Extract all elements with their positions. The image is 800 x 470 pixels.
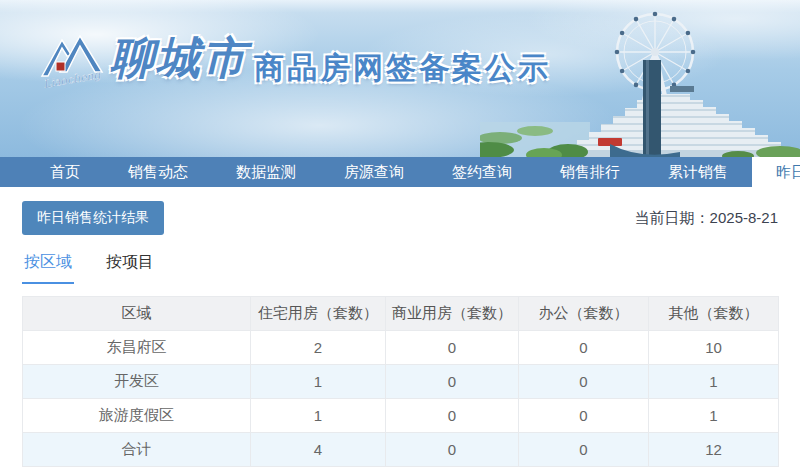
office-cell: 0 bbox=[519, 433, 649, 467]
residential-cell: 4 bbox=[251, 433, 386, 467]
col-header-other: 其他（套数） bbox=[649, 297, 779, 331]
view-tabs: 按区域 按项目 bbox=[22, 252, 778, 284]
nav-item-yesterday-sales[interactable]: 昨日销售 bbox=[752, 157, 800, 187]
other-cell: 12 bbox=[649, 433, 779, 467]
tab-by-project[interactable]: 按项目 bbox=[104, 252, 156, 284]
current-date-label: 当前日期： bbox=[635, 209, 710, 226]
nav-item-contract-query[interactable]: 签约查询 bbox=[428, 157, 536, 187]
col-header-office: 办公（套数） bbox=[519, 297, 649, 331]
other-cell: 10 bbox=[649, 331, 779, 365]
current-date: 当前日期：2025-8-21 bbox=[635, 209, 778, 228]
liaocheng-logo-icon: Liaocheng bbox=[40, 32, 104, 94]
site-banner: Liaocheng 聊城市 商品房网签备案公示 bbox=[0, 0, 800, 157]
region-sales-table: 区域 住宅用房（套数） 商业用房（套数） 办公（套数） 其他（套数） 东昌府区 … bbox=[22, 296, 779, 467]
toolbar: 昨日销售统计结果 当前日期：2025-8-21 bbox=[22, 201, 778, 235]
col-header-commercial: 商业用房（套数） bbox=[386, 297, 519, 331]
svg-text:Liaocheng: Liaocheng bbox=[42, 68, 103, 91]
other-cell: 1 bbox=[649, 365, 779, 399]
yesterday-sales-result-button[interactable]: 昨日销售统计结果 bbox=[22, 201, 164, 235]
nav-item-sales-dynamics[interactable]: 销售动态 bbox=[104, 157, 212, 187]
col-header-region: 区域 bbox=[23, 297, 251, 331]
nav-item-cumulative-sales[interactable]: 累计销售 bbox=[644, 157, 752, 187]
table-header-row: 区域 住宅用房（套数） 商业用房（套数） 办公（套数） 其他（套数） bbox=[23, 297, 779, 331]
col-header-residential: 住宅用房（套数） bbox=[251, 297, 386, 331]
nav-item-home[interactable]: 首页 bbox=[26, 157, 104, 187]
main-nav: 首页 销售动态 数据监测 房源查询 签约查询 销售排行 累计销售 昨日销售 合同… bbox=[0, 157, 800, 187]
commercial-cell: 0 bbox=[386, 433, 519, 467]
office-cell: 0 bbox=[519, 399, 649, 433]
table-row: 旅游度假区 1 0 0 1 bbox=[23, 399, 779, 433]
table-row: 东昌府区 2 0 0 10 bbox=[23, 331, 779, 365]
nav-item-listing-query[interactable]: 房源查询 bbox=[320, 157, 428, 187]
region-cell: 东昌府区 bbox=[23, 331, 251, 365]
residential-cell: 1 bbox=[251, 365, 386, 399]
city-name: 聊城市 bbox=[110, 26, 248, 90]
office-cell: 0 bbox=[519, 331, 649, 365]
residential-cell: 1 bbox=[251, 399, 386, 433]
table-row: 开发区 1 0 0 1 bbox=[23, 365, 779, 399]
region-cell: 旅游度假区 bbox=[23, 399, 251, 433]
region-cell: 开发区 bbox=[23, 365, 251, 399]
current-date-value: 2025-8-21 bbox=[710, 209, 778, 226]
nav-item-sales-ranking[interactable]: 销售排行 bbox=[536, 157, 644, 187]
banner-title: 商品房网签备案公示 bbox=[254, 48, 551, 89]
site-brand: Liaocheng 聊城市 商品房网签备案公示 bbox=[40, 26, 551, 94]
commercial-cell: 0 bbox=[386, 331, 519, 365]
table-row-total: 合计 4 0 0 12 bbox=[23, 433, 779, 467]
commercial-cell: 0 bbox=[386, 399, 519, 433]
office-cell: 0 bbox=[519, 365, 649, 399]
tab-by-region[interactable]: 按区域 bbox=[22, 252, 74, 284]
residential-cell: 2 bbox=[251, 331, 386, 365]
commercial-cell: 0 bbox=[386, 365, 519, 399]
region-cell: 合计 bbox=[23, 433, 251, 467]
other-cell: 1 bbox=[649, 399, 779, 433]
nav-item-data-monitor[interactable]: 数据监测 bbox=[212, 157, 320, 187]
